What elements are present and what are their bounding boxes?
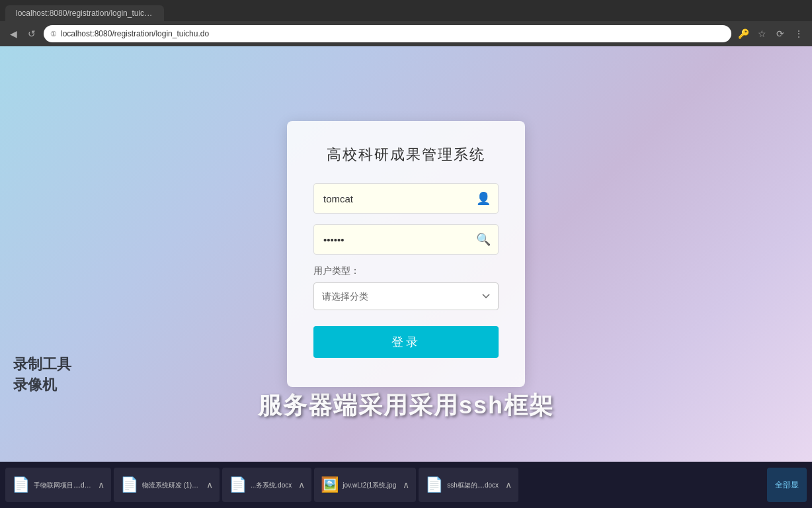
username-group: 👤 (313, 183, 499, 214)
user-icon: 👤 (476, 191, 491, 206)
taskbar-item-text-4: ssh框架的....docx (447, 481, 499, 489)
file-icon-1: 📄 (120, 476, 138, 493)
user-type-select[interactable]: 请选择分类 管理员 教师 学生 (313, 282, 499, 310)
file-icon-3: 🖼️ (321, 476, 339, 493)
overlay-text: 服务器端采用采用ssh框架 (0, 390, 812, 422)
taskbar-item-0[interactable]: 📄 手物联网项目....docx ∧ (5, 468, 111, 502)
watermark-line1: 录制工具 (13, 355, 71, 375)
taskbar-item-chevron-3: ∧ (403, 480, 409, 490)
taskbar-item-text-1: 物流系统研发 (1).d... (142, 481, 200, 489)
address-bar[interactable]: ① localhost:8080/registration/login_tuic… (44, 25, 731, 42)
menu-icon[interactable]: ⋮ (792, 27, 805, 40)
file-icon-4: 📄 (425, 476, 443, 493)
user-type-group: 用户类型： 请选择分类 管理员 教师 学生 (313, 265, 499, 310)
taskbar-item-3[interactable]: 🖼️ jov.wLt2(1系统.jpg ∧ (314, 468, 416, 502)
taskbar-item-1[interactable]: 📄 物流系统研发 (1).d... ∧ (114, 468, 220, 502)
url-text: localhost:8080/registration/login_tuichu… (61, 29, 725, 38)
taskbar: 📄 手物联网项目....docx ∧ 📄 物流系统研发 (1).d... ∧ 📄… (0, 462, 812, 508)
taskbar-item-text-2: ...务系统.docx (251, 481, 292, 489)
sync-icon[interactable]: ⟳ (774, 27, 787, 40)
password-group: 🔍 (313, 224, 499, 255)
file-icon-0: 📄 (12, 476, 30, 493)
taskbar-all-button[interactable]: 全部显 (767, 468, 807, 502)
login-card: 高校科研成果管理系统 👤 🔍 用户类型： 请选择分类 管理员 教师 学生 登录 (287, 121, 525, 387)
username-input[interactable] (313, 183, 499, 214)
taskbar-item-chevron-1: ∧ (206, 480, 213, 490)
refresh-button[interactable]: ↺ (25, 27, 38, 40)
toolbar-icons: 🔑 ☆ ⟳ ⋮ (737, 27, 805, 40)
file-icon-2: 📄 (229, 476, 247, 493)
browser-toolbar: ◀ ↺ ① localhost:8080/registration/login_… (0, 21, 812, 46)
main-content: 录制工具 录像机 服务器端采用采用ssh框架 高校科研成果管理系统 👤 🔍 用户… (0, 46, 812, 462)
taskbar-item-text-3: jov.wLt2(1系统.jpg (343, 481, 396, 489)
login-title: 高校科研成果管理系统 (313, 145, 499, 165)
taskbar-item-chevron-0: ∧ (98, 480, 104, 490)
browser-tabs: localhost:8080/registration/login_tuichu… (0, 0, 812, 21)
key-icon[interactable]: 🔑 (737, 27, 750, 40)
lock-icon: ① (50, 30, 57, 38)
browser-tab[interactable]: localhost:8080/registration/login_tuichu… (5, 5, 164, 21)
bookmark-icon[interactable]: ☆ (755, 27, 768, 40)
browser-chrome: localhost:8080/registration/login_tuichu… (0, 0, 812, 46)
taskbar-item-2[interactable]: 📄 ...务系统.docx ∧ (222, 468, 311, 502)
login-button[interactable]: 登录 (313, 326, 499, 358)
taskbar-item-text-0: 手物联网项目....docx (34, 481, 91, 489)
back-button[interactable]: ◀ (7, 27, 20, 40)
taskbar-item-chevron-4: ∧ (505, 480, 512, 490)
password-input[interactable] (313, 224, 499, 255)
user-type-label: 用户类型： (313, 265, 499, 277)
taskbar-item-4[interactable]: 📄 ssh框架的....docx ∧ (419, 468, 518, 502)
search-icon: 🔍 (476, 232, 491, 247)
taskbar-item-chevron-2: ∧ (298, 480, 305, 490)
